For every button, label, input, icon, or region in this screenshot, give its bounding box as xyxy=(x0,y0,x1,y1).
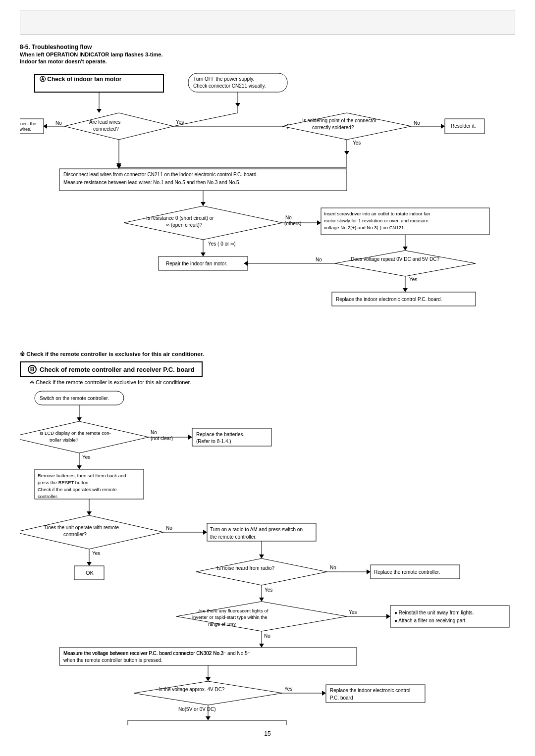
section-b-note-label: ※ Check if the remote controller is excl… xyxy=(20,351,204,357)
svg-marker-142 xyxy=(134,681,282,705)
svg-text:Yes: Yes xyxy=(176,119,184,125)
svg-text:Is resistance 0 (short circuit: Is resistance 0 (short circuit) or xyxy=(146,215,214,221)
section-b-note: ※ Check if the remote controller is excl… xyxy=(30,379,515,386)
svg-text:Are lead wires: Are lead wires xyxy=(89,119,120,125)
svg-marker-39 xyxy=(116,165,121,169)
svg-marker-97 xyxy=(20,515,163,549)
svg-text:Insert screwdriver into air ou: Insert screwdriver into air outlet to ro… xyxy=(324,211,430,216)
svg-marker-10 xyxy=(64,113,173,140)
svg-text:Replace the batteries.: Replace the batteries. xyxy=(196,432,244,437)
svg-text:Does the unit operate with rem: Does the unit operate with remote xyxy=(45,525,119,530)
svg-text:inverter or rapid-start type w: inverter or rapid-start type within the xyxy=(192,614,268,620)
svg-text:Reconnect the: Reconnect the xyxy=(20,121,36,126)
svg-marker-77 xyxy=(20,421,149,453)
svg-text:range of 1m?: range of 1m? xyxy=(208,621,236,627)
svg-text:voltage No.2(+) and No.3(-) on: voltage No.2(+) and No.3(-) on CN121. xyxy=(324,225,405,230)
svg-text:Are there any fluorescent ligh: Are there any fluorescent lights of xyxy=(198,608,268,613)
svg-text:the remote controller.: the remote controller. xyxy=(210,534,257,540)
svg-text:Repair the indoor fan motor.: Repair the indoor fan motor. xyxy=(166,261,227,266)
svg-marker-141 xyxy=(206,677,211,681)
svg-text:Remove batteries, then set the: Remove batteries, then set them back and xyxy=(38,473,126,478)
svg-marker-6 xyxy=(97,109,102,113)
svg-text:Turn OFF the power supply.: Turn OFF the power supply. xyxy=(193,76,254,82)
svg-text:correctly soldered?: correctly soldered? xyxy=(312,125,354,130)
svg-text:Disconnect lead wires from con: Disconnect lead wires from connector CN2… xyxy=(63,172,258,177)
svg-text:● Attach a filter on receiving: ● Attach a filter on receiving part. xyxy=(394,618,467,623)
svg-text:P.C. board: P.C. board xyxy=(330,695,353,701)
svg-marker-102 xyxy=(87,562,92,566)
svg-text:Is noise heard from radio?: Is noise heard from radio? xyxy=(217,565,275,571)
svg-text:Turn on a radio to AM and pres: Turn on a radio to AM and press switch o… xyxy=(210,527,303,532)
svg-text:Is LCD display on the remote c: Is LCD display on the remote con- xyxy=(40,430,111,436)
svg-text:connected?: connected? xyxy=(93,126,119,132)
svg-marker-56 xyxy=(317,220,321,225)
svg-marker-146 xyxy=(322,691,326,696)
svg-text:Replace the indoor electronic : Replace the indoor electronic control xyxy=(330,688,410,693)
svg-marker-117 xyxy=(367,569,371,574)
svg-text:when the remote controller but: when the remote controller button is pre… xyxy=(63,657,162,663)
page-number: 15 xyxy=(20,730,515,737)
svg-text:No: No xyxy=(414,120,420,126)
svg-text:No: No xyxy=(330,565,336,570)
section-subtitle2: Indoor fan motor doesn't operate. xyxy=(20,58,515,64)
svg-text:Does voltage repeat 0V DC and : Does voltage repeat 0V DC and 5V DC? xyxy=(351,256,439,262)
svg-text:Replace the remote controller.: Replace the remote controller. xyxy=(374,569,440,575)
svg-text:∞ (open circuit)?: ∞ (open circuit)? xyxy=(166,222,203,228)
svg-text:Yes: Yes xyxy=(349,609,357,615)
svg-marker-34 xyxy=(344,151,349,155)
svg-text:Ⓐ Check of indoor fan motor: Ⓐ Check of indoor fan motor xyxy=(40,76,122,83)
svg-text:controller.: controller. xyxy=(38,494,58,499)
svg-marker-129 xyxy=(386,614,390,619)
page-wrapper: 8-5. Troubleshooting flow When left OPER… xyxy=(20,10,515,737)
section-b-title: Check of remote controller and receiver … xyxy=(40,366,195,373)
section-title: 8-5. Troubleshooting flow xyxy=(20,44,515,50)
svg-marker-50 xyxy=(201,252,206,256)
svg-text:Replace the power monitor, rec: Replace the power monitor, receiver P.C.… xyxy=(132,725,235,725)
svg-text:Check if the unit operates wit: Check if the unit operates with remote xyxy=(38,487,116,492)
svg-text:No: No xyxy=(285,215,292,220)
svg-marker-62 xyxy=(403,247,408,251)
svg-text:Yes: Yes xyxy=(409,277,417,282)
svg-text:Measure the voltage between re: Measure the voltage between receiver P.C… xyxy=(63,651,250,656)
svg-text:No: No xyxy=(166,525,172,531)
svg-marker-135 xyxy=(259,644,264,648)
section-a-flowchart: Ⓐ Check of indoor fan motor Turn OFF the… xyxy=(20,69,515,347)
svg-marker-113 xyxy=(196,558,327,585)
svg-text:No(5V or 0V DC): No(5V or 0V DC) xyxy=(178,706,216,712)
svg-marker-76 xyxy=(77,417,82,421)
svg-text:Yes: Yes xyxy=(92,551,100,556)
svg-marker-8 xyxy=(235,103,240,107)
svg-text:Yes: Yes xyxy=(265,587,272,593)
svg-text:Yes: Yes xyxy=(284,686,292,692)
svg-text:Yes ( 0 or ∞): Yes ( 0 or ∞) xyxy=(208,241,236,247)
svg-marker-63 xyxy=(335,251,476,276)
svg-marker-107 xyxy=(203,530,207,535)
svg-text:(others): (others) xyxy=(284,221,301,226)
svg-text:(not clear): (not clear) xyxy=(151,436,173,441)
svg-text:Yes: Yes xyxy=(82,454,90,460)
svg-text:No: No xyxy=(316,257,322,262)
svg-text:Is the voltage approx. 4V DC?: Is the voltage approx. 4V DC? xyxy=(159,687,225,692)
svg-text:Check connector CN211 visually: Check connector CN211 visually. xyxy=(193,83,266,89)
svg-text:press the RESET button.: press the RESET button. xyxy=(38,480,90,485)
svg-text:Replace the indoor electronic : Replace the indoor electronic control P.… xyxy=(336,297,442,302)
section-b-intro: ※ Check if the remote controller is excl… xyxy=(20,351,515,357)
svg-marker-83 xyxy=(188,435,192,440)
svg-marker-96 xyxy=(87,511,92,515)
page-header xyxy=(20,10,515,35)
svg-text:Measure resistance between lea: Measure resistance between lead wires: N… xyxy=(63,180,240,185)
svg-marker-45 xyxy=(124,206,282,240)
svg-text:Switch on the remote controlle: Switch on the remote controller. xyxy=(40,396,109,401)
section-subtitle1: When left OPERATION INDICATOR lamp flash… xyxy=(20,51,515,57)
svg-marker-122 xyxy=(259,598,264,602)
svg-marker-44 xyxy=(201,202,206,206)
section-b-flowchart: Switch on the remote controller. Is LCD … xyxy=(20,389,515,725)
svg-text:No: No xyxy=(55,120,62,126)
svg-text:controller?: controller? xyxy=(63,532,87,537)
svg-marker-89 xyxy=(77,465,82,469)
svg-marker-70 xyxy=(403,288,408,292)
svg-text:No: No xyxy=(151,430,157,435)
svg-text:troller visible?: troller visible? xyxy=(50,437,78,443)
svg-text:Yes: Yes xyxy=(353,140,361,146)
svg-text:lead wires.: lead wires. xyxy=(20,127,31,132)
